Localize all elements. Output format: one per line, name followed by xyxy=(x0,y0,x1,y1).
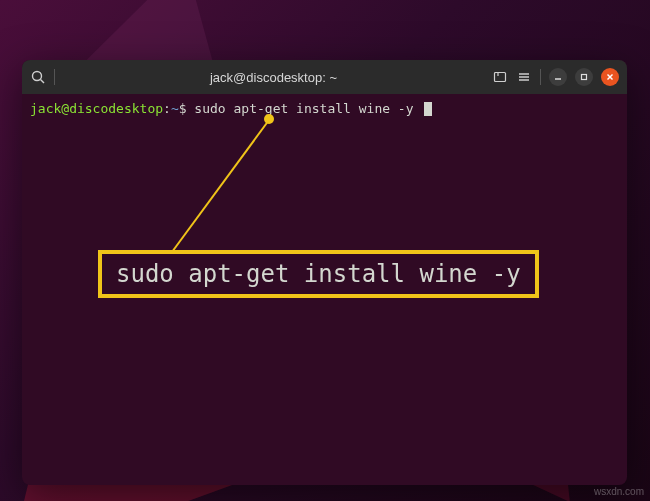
new-tab-icon[interactable] xyxy=(492,69,508,85)
search-icon[interactable] xyxy=(30,69,46,85)
prompt-dir: ~ xyxy=(171,101,179,116)
prompt-symbol: $ xyxy=(179,101,187,116)
hamburger-menu-icon[interactable] xyxy=(516,69,532,85)
titlebar-divider xyxy=(540,69,541,85)
watermark: wsxdn.com xyxy=(594,486,644,497)
svg-point-0 xyxy=(33,72,42,81)
callout-dot xyxy=(264,114,274,124)
callout-text: sudo apt-get install wine -y xyxy=(116,260,521,288)
prompt-separator: : xyxy=(163,101,171,116)
svg-rect-8 xyxy=(582,75,587,80)
titlebar: jack@discodesktop: ~ xyxy=(22,60,627,94)
minimize-button[interactable] xyxy=(549,68,567,86)
close-button[interactable] xyxy=(601,68,619,86)
svg-line-1 xyxy=(41,80,45,84)
titlebar-divider xyxy=(54,69,55,85)
callout-box: sudo apt-get install wine -y xyxy=(98,250,539,298)
svg-rect-2 xyxy=(495,73,506,82)
terminal-cursor xyxy=(424,102,432,116)
window-title: jack@discodesktop: ~ xyxy=(61,70,486,85)
maximize-button[interactable] xyxy=(575,68,593,86)
command-text: sudo apt-get install wine -y xyxy=(187,101,422,116)
prompt-user: jack@discodesktop xyxy=(30,101,163,116)
